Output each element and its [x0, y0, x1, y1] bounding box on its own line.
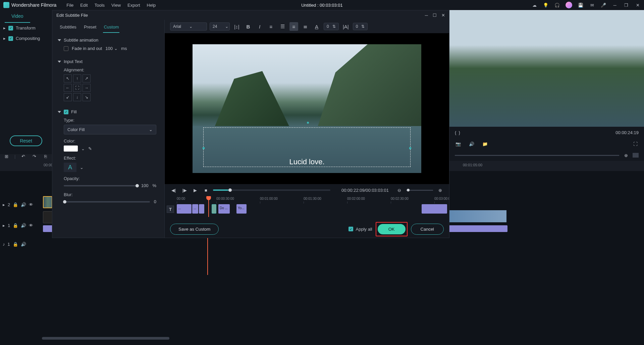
menu-edit[interactable]: Edit	[80, 3, 88, 8]
zoom-out-icon[interactable]: ⊖	[395, 186, 403, 194]
section-fill[interactable]: ✓ Fill	[58, 107, 159, 116]
crop-icon[interactable]: ⎘	[42, 153, 49, 160]
maximize-icon[interactable]: ❐	[623, 2, 629, 8]
eyedropper-icon[interactable]: ✎	[88, 146, 92, 151]
chevron-down-icon[interactable]: ⌄	[80, 165, 84, 170]
align-left-button[interactable]: ≡	[267, 22, 275, 31]
fill-checkbox[interactable]: ✓	[64, 110, 68, 114]
align-justify-button[interactable]: ≣	[301, 22, 310, 31]
ok-button[interactable]: OK	[378, 224, 406, 234]
text-clip[interactable]	[43, 196, 52, 208]
checkbox-icon[interactable]: ✓	[8, 26, 13, 31]
subtitle-track[interactable]: T ... ... Do ... Yo...	[170, 204, 444, 214]
align-bl[interactable]: ↙	[64, 93, 72, 101]
fade-duration[interactable]: 100	[105, 46, 113, 51]
avatar[interactable]	[566, 2, 572, 8]
checkbox-icon[interactable]: ✓	[8, 36, 13, 41]
save-icon[interactable]: 💾	[578, 2, 584, 8]
zoom-in-icon[interactable]: ⊕	[623, 152, 629, 159]
align-mc[interactable]: ⛶	[73, 84, 81, 92]
subtitle-text[interactable]: Lucid love.	[289, 158, 324, 166]
speaker-icon[interactable]: 🔊	[468, 140, 475, 147]
speaker-icon[interactable]: 🔊	[21, 223, 26, 228]
fit-icon[interactable]	[633, 153, 639, 158]
reset-button[interactable]: Reset	[10, 135, 42, 146]
menu-help[interactable]: Help	[147, 3, 156, 8]
zoom-in-icon[interactable]: ⊕	[436, 186, 444, 194]
chevron-down-icon[interactable]: ⌄	[81, 146, 85, 151]
cloud-icon[interactable]: ☁	[531, 2, 537, 8]
blur-slider[interactable]	[64, 201, 150, 203]
align-br[interactable]: ↘	[83, 93, 91, 101]
align-bc[interactable]: ↓	[73, 93, 81, 101]
sub-clip-selected[interactable]	[212, 204, 216, 214]
play-icon[interactable]: ▶	[192, 186, 199, 194]
video-track-icon[interactable]: ▸	[3, 202, 5, 207]
text-color-button[interactable]: A	[312, 22, 321, 31]
align-tc[interactable]: ↑	[73, 74, 81, 82]
playback-slider[interactable]	[213, 189, 330, 191]
undo-icon[interactable]: ↶	[20, 153, 26, 160]
lock-icon[interactable]: 🔒	[13, 242, 18, 247]
subtitle-ruler[interactable]: 00:00 00:00:30:00 00:01:00:00 00:01:30:0…	[170, 197, 444, 204]
section-animation[interactable]: Subtitle animation	[58, 36, 159, 45]
lock-icon[interactable]: 🔒	[13, 223, 18, 228]
preview-canvas[interactable]: Lucid love.	[165, 33, 449, 184]
lock-icon[interactable]: 🔒	[13, 202, 18, 207]
align-center-button[interactable]: ☰	[278, 22, 287, 31]
zoom-slider[interactable]	[406, 190, 433, 191]
eye-icon[interactable]: 👁	[29, 202, 33, 207]
tab-video[interactable]: Video	[5, 10, 30, 23]
zoom-slider[interactable]	[455, 155, 619, 156]
letter-spacing-icon[interactable]: |A|	[341, 22, 350, 31]
save-custom-button[interactable]: Save as Custom	[170, 224, 219, 235]
align-ml[interactable]: ←	[64, 84, 72, 92]
bold-button[interactable]: B	[244, 22, 253, 31]
eye-icon[interactable]: 👁	[29, 223, 33, 228]
modal-minimize-icon[interactable]: ─	[425, 13, 428, 18]
align-tl[interactable]: ↖	[64, 74, 72, 82]
align-mr[interactable]: →	[83, 84, 91, 92]
video-clip-1[interactable]	[43, 211, 53, 223]
sub-clip[interactable]: ...	[192, 204, 198, 214]
fullscreen-icon[interactable]: ⛶	[632, 140, 639, 147]
lightbulb-icon[interactable]: 💡	[543, 2, 549, 8]
sub-clip[interactable]	[199, 204, 204, 214]
section-input-text[interactable]: Input Text	[58, 57, 159, 66]
opacity-slider[interactable]	[64, 185, 137, 186]
speaker-icon[interactable]: 🔊	[21, 242, 26, 247]
italic-button[interactable]: I	[255, 22, 264, 31]
folder-icon[interactable]: 📁	[482, 140, 488, 147]
fill-type-select[interactable]: Color Fill ⌄	[64, 125, 156, 134]
minimize-icon[interactable]: ─	[612, 2, 618, 8]
apply-all-checkbox[interactable]: ✓	[348, 227, 353, 231]
sub-clip[interactable]: Do ...	[218, 204, 230, 214]
video-clip-2[interactable]	[449, 210, 506, 222]
next-frame-icon[interactable]: |▶	[181, 186, 188, 194]
spacing2-input[interactable]: 0⇅	[353, 23, 368, 30]
cancel-button[interactable]: Cancel	[411, 224, 444, 235]
audio-track-icon[interactable]: ♪	[3, 242, 5, 247]
menu-file[interactable]: File	[66, 3, 73, 8]
sub-clip[interactable]: ...	[177, 204, 192, 214]
effect-sample[interactable]: A	[64, 163, 76, 172]
mic-icon[interactable]: 🎤	[600, 2, 606, 8]
fontsize-select[interactable]: 24⌄	[210, 22, 230, 31]
stop-icon[interactable]: ■	[202, 186, 210, 194]
menu-view[interactable]: View	[111, 3, 121, 8]
char-spacing-icon[interactable]: |↕|	[232, 22, 241, 31]
menu-export[interactable]: Export	[127, 3, 140, 8]
speaker-icon[interactable]: 🔊	[21, 202, 26, 207]
tab-custom[interactable]: Custom	[103, 22, 119, 33]
tab-subtitles[interactable]: Subtitles	[59, 22, 77, 33]
spacing1-input[interactable]: 0⇅	[324, 23, 339, 30]
modal-close-icon[interactable]: ✕	[441, 13, 445, 18]
mail-icon[interactable]: ✉	[589, 2, 595, 8]
video-track-icon[interactable]: ▸	[3, 223, 5, 228]
align-tr[interactable]: ↗	[83, 74, 91, 82]
prev-frame-icon[interactable]: ◀|	[170, 186, 177, 194]
camera-icon[interactable]: 📷	[455, 140, 462, 147]
sub-clip[interactable]: Yo...	[236, 204, 247, 214]
timeline-scrollbar[interactable]	[42, 337, 169, 340]
headset-icon[interactable]: 🎧	[554, 2, 560, 8]
